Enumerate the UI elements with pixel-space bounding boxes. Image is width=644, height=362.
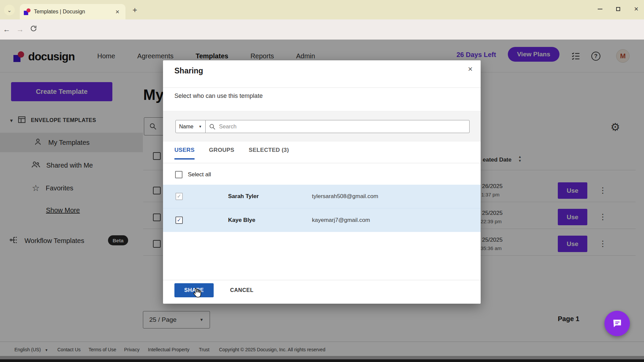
user-row[interactable]: ✓ Kaye Blye kayemarj7@gmail.com xyxy=(163,208,481,232)
cancel-button[interactable]: CANCEL xyxy=(228,283,256,297)
maximize-button[interactable] xyxy=(614,5,623,13)
tab-users[interactable]: USERS xyxy=(174,147,195,160)
user-email: tylersarah508@gmail.com xyxy=(312,193,378,200)
caret-down-icon: ▼ xyxy=(199,125,202,128)
user-name: Kaye Blye xyxy=(228,217,255,224)
forward-icon[interactable]: → xyxy=(13,25,27,34)
select-all-label: Select all xyxy=(188,171,211,178)
screen: ⌄ Templates | Docusign × + × ← → apps.do… xyxy=(0,0,644,362)
share-button[interactable]: SHARE xyxy=(174,283,214,297)
filter-value: Name xyxy=(179,124,194,130)
user-search-field[interactable] xyxy=(205,120,470,133)
tab-search-button[interactable]: ⌄ xyxy=(4,5,15,15)
browser-toolbar: ← → xyxy=(0,19,644,40)
window-close-button[interactable]: × xyxy=(632,5,641,13)
browser-tab[interactable]: Templates | Docusign × xyxy=(20,4,125,19)
user-checkbox-disabled: ✓ xyxy=(175,193,183,200)
sharing-dialog: × Sharing Select who can use this templa… xyxy=(163,60,481,304)
dialog-subtitle: Select who can use this template xyxy=(174,93,263,100)
search-icon xyxy=(209,123,216,130)
back-icon[interactable]: ← xyxy=(0,25,13,34)
user-checkbox[interactable]: ✓ xyxy=(175,217,183,224)
search-filter-dropdown[interactable]: Name ▼ xyxy=(175,120,206,133)
tab-title: Templates | Docusign xyxy=(34,9,113,15)
docusign-favicon xyxy=(24,8,31,15)
dialog-title: Sharing xyxy=(174,66,203,75)
minimize-button[interactable] xyxy=(596,5,604,13)
browser-tabstrip: ⌄ Templates | Docusign × + × xyxy=(0,0,644,19)
chat-icon xyxy=(611,318,623,329)
user-name: Sarah Tyler xyxy=(228,193,259,200)
checkmark-icon: ✓ xyxy=(177,218,181,223)
reload-icon[interactable] xyxy=(27,25,40,34)
user-row[interactable]: ✓ Sarah Tyler tylersarah508@gmail.com xyxy=(163,185,481,208)
new-tab-button[interactable]: + xyxy=(130,5,140,15)
tab-close-icon[interactable]: × xyxy=(113,8,121,16)
bottom-edge-bar xyxy=(0,359,644,362)
tab-groups[interactable]: GROUPS xyxy=(209,147,234,160)
tab-selected[interactable]: SELECTED (3) xyxy=(249,147,289,160)
select-all-row[interactable]: Select all xyxy=(175,171,211,178)
dialog-close-icon[interactable]: × xyxy=(465,63,475,75)
chat-fab[interactable] xyxy=(604,311,630,336)
window-controls: × xyxy=(596,5,641,13)
user-list: ✓ Sarah Tyler tylersarah508@gmail.com ✓ … xyxy=(163,185,481,232)
dialog-tabs: USERS GROUPS SELECTED (3) xyxy=(174,147,289,160)
user-email: kayemarj7@gmail.com xyxy=(312,217,370,224)
select-all-checkbox[interactable] xyxy=(175,171,182,178)
checkmark-icon: ✓ xyxy=(177,194,181,199)
chevron-down-icon: ⌄ xyxy=(7,7,11,13)
search-input[interactable] xyxy=(218,123,466,130)
